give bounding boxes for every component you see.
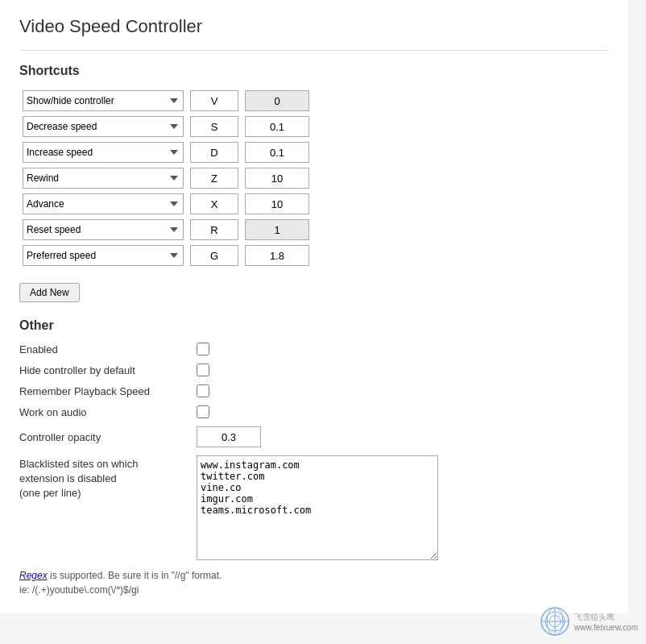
shortcut-key-input-5[interactable] bbox=[190, 219, 238, 240]
shortcut-action-select-0[interactable]: Show/hide controllerDecrease speedIncrea… bbox=[23, 90, 184, 111]
option-checkbox-remember-speed[interactable] bbox=[197, 384, 209, 397]
shortcut-action-select-5[interactable]: Show/hide controllerDecrease speedIncrea… bbox=[23, 219, 184, 240]
shortcut-row: Show/hide controllerDecrease speedIncrea… bbox=[19, 114, 313, 139]
shortcut-key-input-1[interactable] bbox=[190, 116, 238, 137]
shortcut-value-input-0[interactable] bbox=[245, 90, 309, 111]
page-title: Video Speed Controller bbox=[19, 16, 609, 37]
shortcut-row: Show/hide controllerDecrease speedIncrea… bbox=[19, 217, 313, 243]
shortcut-value-input-4[interactable] bbox=[245, 193, 309, 214]
regex-note: Regex is supported. Be sure it is in "//… bbox=[19, 568, 422, 597]
other-section: Other EnabledHide controller by defaultR… bbox=[19, 318, 609, 597]
shortcut-row: Show/hide controllerDecrease speedIncrea… bbox=[19, 191, 313, 217]
option-row-hide-controller: Hide controller by default bbox=[19, 364, 609, 376]
shortcut-action-select-6[interactable]: Show/hide controllerDecrease speedIncrea… bbox=[23, 245, 184, 266]
shortcut-key-input-3[interactable] bbox=[190, 168, 238, 189]
shortcut-key-input-0[interactable] bbox=[190, 90, 238, 111]
regex-link[interactable]: Regex bbox=[19, 570, 48, 581]
shortcut-action-select-1[interactable]: Show/hide controllerDecrease speedIncrea… bbox=[23, 116, 184, 137]
option-row-remember-speed: Remember Playback Speed bbox=[19, 384, 609, 397]
regex-example: ie: /(.+)youtube\.com(\/*)$/gi bbox=[19, 584, 139, 596]
shortcut-action-select-4[interactable]: Show/hide controllerDecrease speedIncrea… bbox=[23, 193, 184, 214]
shortcut-value-input-2[interactable] bbox=[245, 142, 309, 163]
opacity-label: Controller opacity bbox=[19, 431, 197, 443]
shortcut-action-select-3[interactable]: Show/hide controllerDecrease speedIncrea… bbox=[23, 168, 184, 189]
other-section-title: Other bbox=[19, 318, 609, 333]
section-divider bbox=[19, 50, 609, 51]
shortcuts-table: Show/hide controllerDecrease speedIncrea… bbox=[19, 88, 313, 268]
watermark: 飞雪猫头鹰 www.feixuew.com bbox=[540, 607, 638, 636]
shortcut-value-input-3[interactable] bbox=[245, 168, 309, 189]
add-new-button[interactable]: Add New bbox=[19, 283, 80, 302]
shortcut-action-select-2[interactable]: Show/hide controllerDecrease speedIncrea… bbox=[23, 142, 184, 163]
option-label-remember-speed: Remember Playback Speed bbox=[19, 385, 197, 397]
watermark-url: www.feixuew.com bbox=[574, 623, 638, 632]
blacklist-section: Blacklisted sites on which extension is … bbox=[19, 455, 609, 560]
option-checkbox-work-audio[interactable] bbox=[197, 405, 209, 418]
option-label-enabled: Enabled bbox=[19, 343, 197, 355]
page-container: Video Speed Controller Shortcuts Show/hi… bbox=[0, 0, 628, 613]
opacity-row: Controller opacity bbox=[19, 426, 609, 447]
shortcuts-section-title: Shortcuts bbox=[19, 64, 609, 78]
option-row-work-audio: Work on audio bbox=[19, 405, 609, 418]
opacity-input[interactable] bbox=[197, 426, 261, 447]
option-label-hide-controller: Hide controller by default bbox=[19, 364, 197, 376]
shortcut-key-input-6[interactable] bbox=[190, 245, 238, 266]
option-row-enabled: Enabled bbox=[19, 343, 609, 355]
blacklist-label: Blacklisted sites on which extension is … bbox=[19, 455, 197, 501]
blacklist-textarea[interactable] bbox=[197, 455, 438, 560]
shortcut-value-input-5[interactable] bbox=[245, 219, 309, 240]
option-checkbox-hide-controller[interactable] bbox=[197, 364, 209, 376]
shortcut-value-input-6[interactable] bbox=[245, 245, 309, 266]
option-label-work-audio: Work on audio bbox=[19, 406, 197, 418]
option-checkbox-enabled[interactable] bbox=[197, 343, 209, 355]
shortcut-row: Show/hide controllerDecrease speedIncrea… bbox=[19, 165, 313, 191]
shortcut-key-input-4[interactable] bbox=[190, 193, 238, 214]
regex-suffix: is supported. Be sure it is in "//g" for… bbox=[48, 570, 222, 581]
shortcut-row: Show/hide controllerDecrease speedIncrea… bbox=[19, 139, 313, 165]
watermark-logo bbox=[540, 607, 569, 636]
shortcut-key-input-2[interactable] bbox=[190, 142, 238, 163]
shortcut-row: Show/hide controllerDecrease speedIncrea… bbox=[19, 88, 313, 114]
shortcut-value-input-1[interactable] bbox=[245, 116, 309, 137]
shortcut-row: Show/hide controllerDecrease speedIncrea… bbox=[19, 243, 313, 268]
